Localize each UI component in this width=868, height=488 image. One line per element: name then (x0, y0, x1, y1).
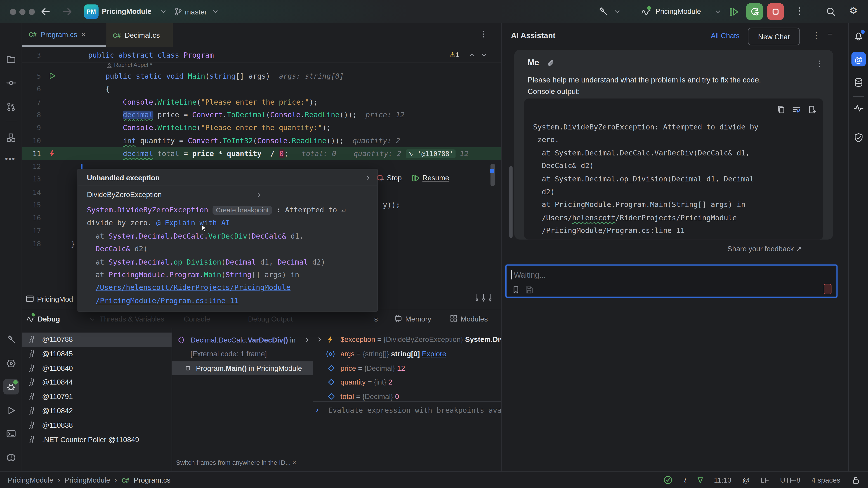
stack-line[interactable]: at System.Decimal.DecCalc.VarDecDiv(DecC… (87, 230, 303, 242)
project-icon[interactable]: PM (84, 4, 98, 19)
exception-bolt-icon[interactable] (48, 149, 57, 158)
terminal-tool-icon[interactable] (6, 429, 16, 439)
stack-line[interactable]: at PricingModule.Program.Main(String[] a… (87, 268, 299, 281)
thread-row[interactable]: @110844 (22, 375, 172, 390)
popup-stop-button[interactable]: Stop (387, 174, 402, 182)
merge-requests-tool-icon[interactable] (6, 102, 16, 112)
code-line[interactable]: 10 int quantity = Convert.ToInt32(Consol… (22, 134, 501, 147)
structure-tool-icon[interactable] (6, 133, 16, 143)
project-chevron-icon[interactable] (159, 8, 167, 15)
breadcrumb-file[interactable]: Program.cs (133, 476, 170, 484)
restart-debug-button[interactable] (746, 3, 763, 20)
thread-row[interactable]: @110788 (22, 332, 172, 347)
vcs-branch-icon[interactable] (174, 7, 183, 16)
ai-kebab-icon[interactable]: ⋮ (812, 31, 820, 40)
pricing-module-window-button[interactable]: PricingMod (37, 295, 73, 303)
stack-line[interactable]: /PricingModule/Program.cs:line 11 (87, 294, 239, 307)
commit-tool-icon[interactable] (6, 78, 16, 88)
analysis-ok-icon[interactable] (663, 475, 673, 485)
breadcrumb-module[interactable]: PricingModule (65, 476, 110, 484)
editor-scrollbar[interactable] (491, 164, 495, 186)
tab-modules[interactable]: Modules (461, 315, 488, 323)
code-line[interactable]: 7 Console.WriteLine("Please enter the pr… (22, 96, 501, 108)
generation-stop-button[interactable] (824, 284, 831, 294)
switch-frames-tip[interactable]: Switch frames from anywhere in the ID...… (176, 459, 296, 466)
code-line[interactable]: 9 Console.WriteLine("Please enter the qu… (22, 121, 501, 134)
unit-tests-tool-icon[interactable] (6, 359, 16, 368)
project-selector[interactable]: PricingModule (102, 7, 151, 15)
toolbar-kebab-icon[interactable]: ⋮ (795, 5, 804, 16)
stack-line[interactable]: divide by zero. @ Explain with AI (87, 217, 230, 230)
frame-row[interactable]: Program.Main() in PricingModule (172, 361, 313, 375)
window-icon[interactable] (26, 294, 34, 303)
all-chats-link[interactable]: All Chats (711, 32, 739, 40)
popup-stop-icon[interactable] (376, 174, 384, 182)
search-icon[interactable] (826, 6, 836, 17)
warning-icon[interactable]: ⚠1 (450, 49, 459, 62)
frame-row[interactable]: [External code: 1 frame] (172, 347, 313, 361)
run-gutter-icon[interactable] (48, 71, 57, 80)
stack-line[interactable]: System.DivideByZeroException Create brea… (87, 203, 346, 217)
indent-setting[interactable]: 4 spaces (811, 476, 840, 484)
thread-row[interactable]: @110845 (22, 347, 172, 361)
stack-line[interactable]: DecCalc& d2) (87, 242, 147, 255)
stack-line[interactable]: at System.Decimal.op_Division(Decimal d1… (87, 255, 325, 268)
filter-status-icon[interactable]: ∇ (698, 476, 703, 484)
thread-row[interactable]: .NET Counter Poller @110849 (22, 432, 172, 447)
tab-debug-output[interactable]: Debug Output (248, 315, 293, 323)
thread-row[interactable]: @110840 (22, 361, 172, 375)
expand-chevron-icon[interactable] (316, 336, 323, 343)
profiler-tool-icon[interactable] (854, 103, 864, 113)
prompt-library-icon[interactable] (512, 286, 520, 294)
run-tool-icon[interactable] (6, 405, 16, 416)
tab-threads-variables[interactable]: Threads & Variables (100, 315, 164, 323)
branch-selector[interactable]: master (185, 8, 207, 16)
hide-panel-icon[interactable]: − (828, 29, 833, 39)
build-hammer-icon[interactable] (598, 6, 608, 17)
build-tool-icon[interactable] (6, 335, 16, 345)
thread-row[interactable]: @110842 (22, 404, 172, 418)
tab-program-cs[interactable]: C# Program.cs × (22, 23, 106, 47)
chat-scrollbar[interactable] (509, 166, 513, 238)
next-warning-icon[interactable] (480, 52, 488, 59)
file-encoding[interactable]: UTF-8 (780, 476, 800, 484)
code-line[interactable]: 8 decimal price = Convert.ToDecimal(Cons… (22, 108, 501, 121)
frame-chevron-icon[interactable] (303, 336, 311, 344)
branch-chevron-icon[interactable] (212, 8, 219, 15)
tab-fragment[interactable]: s (374, 315, 378, 323)
tab-decimal-cs[interactable]: C# Decimal.cs (106, 23, 173, 47)
stop-button[interactable] (767, 3, 784, 20)
thread-row[interactable]: @110838 (22, 418, 172, 432)
run-config-chevron-icon[interactable] (714, 8, 722, 15)
ai-status-icon[interactable]: @ (743, 476, 749, 484)
profiler-status-icon[interactable]: ≀ (684, 475, 687, 485)
stack-line[interactable]: /Users/helenscott/RiderProjects/PricingM… (87, 281, 290, 294)
popup-resume-button[interactable]: Resume (423, 174, 450, 182)
share-feedback-link[interactable]: Share your feedback ↗ (727, 245, 802, 253)
code-line[interactable]: 11 decimal total = price * quantity / 0;… (22, 147, 501, 160)
tab-close-icon[interactable]: × (81, 30, 86, 39)
build-chevron-icon[interactable] (613, 8, 621, 15)
exception-name[interactable]: DivideByZeroException (87, 190, 162, 199)
readonly-lock-icon[interactable] (851, 476, 860, 484)
database-tool-icon[interactable] (854, 77, 864, 88)
macos-minimize-button[interactable] (20, 9, 26, 15)
project-tool-icon[interactable] (6, 54, 16, 64)
debug-window-title[interactable]: Debug (38, 315, 60, 323)
exception-expand-chevron-icon[interactable] (255, 191, 262, 199)
resume-program-icon[interactable] (728, 6, 739, 17)
tab-memory[interactable]: Memory (405, 315, 431, 323)
code-line[interactable]: 5 public static void Main(string[] args)… (22, 70, 501, 83)
line-separator[interactable]: LF (761, 476, 769, 484)
caret-position[interactable]: 11:13 (714, 476, 731, 484)
popup-more-chevron-icon[interactable] (364, 174, 371, 182)
tab-console[interactable]: Console (184, 315, 210, 323)
macos-zoom-button[interactable] (29, 9, 35, 15)
run-config-selector[interactable]: PricingModule (655, 7, 701, 15)
tab-list-kebab-icon[interactable]: ⋮ (479, 29, 488, 39)
breadcrumb-project[interactable]: PricingModule (8, 476, 53, 484)
settings-gear-icon[interactable]: ⚙ (849, 5, 858, 17)
thread-row[interactable]: @110791 (22, 390, 172, 404)
more-tools-icon[interactable]: ••• (5, 154, 16, 163)
code-author-annotation[interactable]: Rachel Appel * (114, 61, 152, 68)
